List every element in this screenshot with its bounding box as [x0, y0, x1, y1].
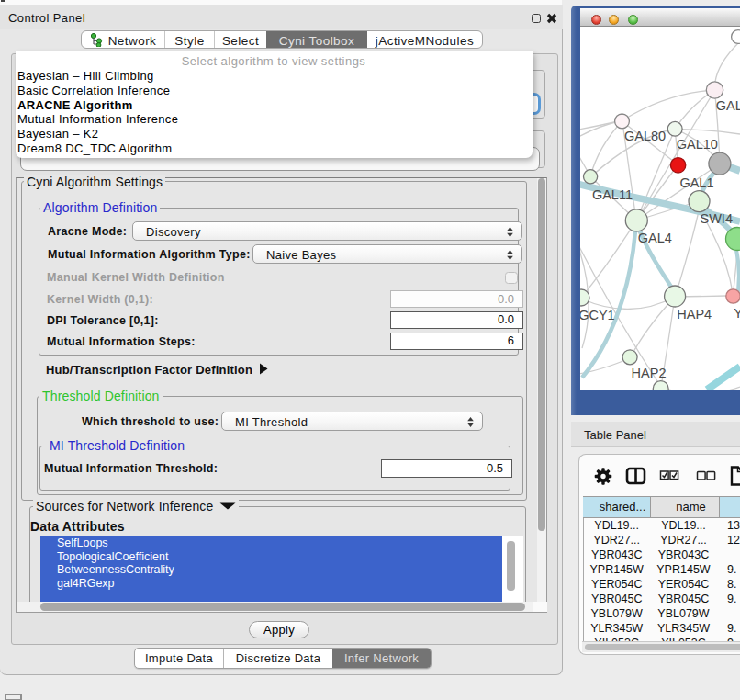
- svg-text:GAL7: GAL7: [716, 98, 740, 113]
- svg-text:GAL10: GAL10: [677, 137, 718, 152]
- svg-text:SWI4: SWI4: [701, 211, 733, 226]
- svg-text:GCY1: GCY1: [580, 308, 615, 322]
- svg-text:HAP4: HAP4: [677, 307, 712, 322]
- svg-text:HAP2: HAP2: [632, 366, 667, 380]
- svg-text:GAL4: GAL4: [638, 231, 672, 245]
- svg-text:YJ: YJ: [734, 306, 740, 321]
- svg-text:GAL11: GAL11: [592, 187, 633, 202]
- svg-text:GAL1: GAL1: [679, 175, 713, 190]
- svg-text:GAL80: GAL80: [624, 129, 666, 143]
